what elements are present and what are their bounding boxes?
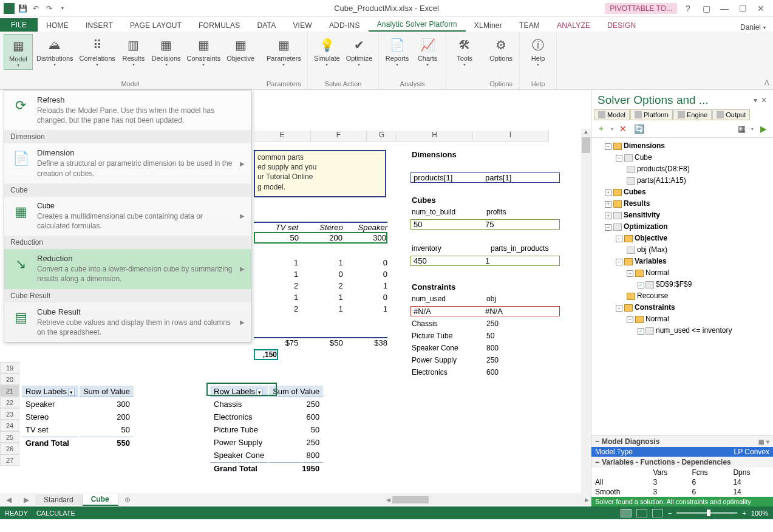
sheet-tab-standard[interactable]: Standard xyxy=(35,494,83,505)
zoom-level[interactable]: 100% xyxy=(751,510,768,517)
tab-addins[interactable]: ADD-INS xyxy=(321,19,369,32)
tab-view[interactable]: VIEW xyxy=(284,19,320,32)
refresh-tree-icon[interactable]: 🔄 xyxy=(633,123,645,135)
solver-task-pane: Solver Options and ... ▾✕ Model Platform… xyxy=(591,90,773,506)
tab-analyze[interactable]: ANALYZE xyxy=(548,19,599,32)
delete-icon[interactable]: ✕ xyxy=(617,123,629,135)
tab-data[interactable]: DATA xyxy=(248,19,284,32)
contextual-tab-pivottable[interactable]: PIVOTTABLE TO... xyxy=(605,3,677,14)
ribbon-display-icon[interactable]: ▢ xyxy=(699,4,713,13)
row-header[interactable]: 25 xyxy=(0,431,19,443)
menu-reduction[interactable]: ↘ ReductionConvert a cube into a lower-d… xyxy=(4,249,251,288)
ribbon-tools-button[interactable]: 🛠Tools▾ xyxy=(450,34,479,69)
new-sheet-icon[interactable]: ⊕ xyxy=(118,496,137,504)
sheet-nav-prev-icon[interactable]: ◀ xyxy=(0,496,18,504)
add-icon[interactable]: ＋ xyxy=(595,123,607,135)
zoom-out-icon[interactable]: − xyxy=(668,510,672,517)
tab-team[interactable]: TEAM xyxy=(511,19,548,32)
col-header: Speaker xyxy=(343,223,387,232)
minimize-icon[interactable]: — xyxy=(717,4,732,13)
excel-link-icon[interactable]: ▦ xyxy=(735,123,747,135)
ribbon-distributions-button[interactable]: ⛰Distributions▾ xyxy=(34,34,76,70)
vertical-scrollbar[interactable]: ▲ xyxy=(581,129,591,493)
ribbon-correlations-button[interactable]: ⠿Correlations▾ xyxy=(77,34,118,70)
ribbon-help-button[interactable]: ⓘHelp▾ xyxy=(523,34,553,69)
row-header[interactable]: 19 xyxy=(0,362,19,373)
cube-result-icon: ▤ xyxy=(10,307,31,328)
col-header: TV set xyxy=(254,223,298,232)
run-icon[interactable]: ▶ xyxy=(757,123,769,135)
maximize-icon[interactable]: ☐ xyxy=(735,4,750,13)
row-header[interactable]: 21 xyxy=(0,385,19,397)
ribbon-results-button[interactable]: ▥Results▾ xyxy=(119,34,148,70)
sheet-tab-cube[interactable]: Cube xyxy=(83,494,118,506)
worksheet-area[interactable]: E F G H I ⟳ RefreshReloads the Model Pan… xyxy=(0,90,591,506)
redo-icon[interactable]: ↷ xyxy=(44,3,55,14)
page-break-view-icon[interactable] xyxy=(652,509,663,517)
tab-home[interactable]: HOME xyxy=(38,19,77,32)
sheet-nav-next-icon[interactable]: ▶ xyxy=(18,496,35,504)
taskpane-tab-output[interactable]: Output xyxy=(712,109,750,120)
menu-dimension[interactable]: 📄 DimensionDefine a structural or parame… xyxy=(4,143,251,183)
solver-status-bar: Solver found a solution. All constraints… xyxy=(591,497,773,506)
row-header[interactable]: 22 xyxy=(0,397,19,408)
zoom-in-icon[interactable]: + xyxy=(742,510,746,517)
ribbon-tabs: FILE HOME INSERT PAGE LAYOUT FORMULAS DA… xyxy=(0,17,773,32)
qat-dropdown-icon[interactable]: ▾ xyxy=(57,3,68,14)
output-tab-icon xyxy=(717,111,724,118)
dimension-icon: 📄 xyxy=(10,148,31,169)
menu-cube[interactable]: ▦ CubeCreates a multidimensional cube co… xyxy=(4,197,251,236)
ribbon-model-button[interactable]: ▦ Model▾ xyxy=(4,34,33,70)
user-label[interactable]: Daniel▾ xyxy=(740,23,773,32)
sheet-tab-bar: ◀ ▶ Standard Cube ⊕ ◀ ▶ xyxy=(0,493,591,506)
ribbon-decisions-button[interactable]: ▦Decisions▾ xyxy=(149,34,183,70)
tab-xlminer[interactable]: XLMiner xyxy=(466,19,511,32)
help-icon[interactable]: ? xyxy=(681,4,695,13)
collapse-ribbon-icon[interactable]: ᐱ xyxy=(764,79,769,87)
taskpane-tab-platform[interactable]: Platform xyxy=(630,109,673,120)
ribbon-parameters-button[interactable]: ▦Parameters▾ xyxy=(264,34,304,69)
diag-collapse-icon[interactable]: ▾ xyxy=(766,438,769,445)
taskpane-dropdown-icon[interactable]: ▾ xyxy=(754,96,757,104)
submenu-arrow-icon: ▶ xyxy=(240,265,245,272)
ribbon-optimize-button[interactable]: ✔Optimize▾ xyxy=(344,34,375,69)
ribbon-options-button[interactable]: ⚙Options xyxy=(486,34,516,63)
zoom-slider[interactable] xyxy=(676,512,737,514)
model-tree[interactable]: −Dimensions −Cube products(D8:F8) parts(… xyxy=(591,138,773,435)
taskpane-toolbar: ＋▾ ✕ 🔄 ▦▾ ▶ xyxy=(591,120,773,138)
row-header[interactable]: 23 xyxy=(0,408,19,420)
undo-icon[interactable]: ↶ xyxy=(30,3,41,14)
tab-formulas[interactable]: FORMULAS xyxy=(190,19,248,32)
filter-dropdown-icon[interactable]: ▾ xyxy=(68,389,75,396)
pivot-products[interactable]: Row Labels▾Sum of Value Speaker300Stereo… xyxy=(21,384,135,449)
row-header[interactable]: 20 xyxy=(0,373,19,385)
pivot-parts[interactable]: Row Labels▾Sum of Value Chassis250Electr… xyxy=(209,384,324,475)
tab-analytic-solver[interactable]: Analytic Solver Platform xyxy=(369,18,466,32)
ribbon-simulate-button[interactable]: 💡Simulate▾ xyxy=(312,34,342,69)
taskpane-close-icon[interactable]: ✕ xyxy=(761,96,767,104)
engine-tab-icon xyxy=(678,111,685,118)
taskpane-tab-model[interactable]: Model xyxy=(594,109,630,120)
ribbon-reports-button[interactable]: 📄Reports▾ xyxy=(383,34,412,69)
close-icon[interactable]: ✕ xyxy=(754,4,768,13)
tab-file[interactable]: FILE xyxy=(0,18,38,32)
row-header[interactable]: 27 xyxy=(0,454,19,466)
menu-cube-result[interactable]: ▤ Cube ResultRetrieve cube values and di… xyxy=(4,302,251,342)
ribbon-constraints-button[interactable]: ▦Constraints▾ xyxy=(185,34,223,70)
ribbon-charts-button[interactable]: 📈Charts▾ xyxy=(413,34,442,69)
row-header[interactable]: 24 xyxy=(0,420,19,431)
page-layout-view-icon[interactable] xyxy=(636,509,647,517)
diag-icon[interactable]: ▦ xyxy=(758,438,764,445)
parameters-icon: ▦ xyxy=(274,35,293,55)
taskpane-tab-engine[interactable]: Engine xyxy=(673,109,712,120)
ribbon-objective-button[interactable]: ▦Objective xyxy=(224,34,257,70)
menu-refresh[interactable]: ⟳ RefreshReloads the Model Pane. Use thi… xyxy=(4,90,251,130)
row-header[interactable]: 26 xyxy=(0,443,19,454)
tab-insert[interactable]: INSERT xyxy=(77,19,121,32)
reduction-icon: ↘ xyxy=(10,254,31,275)
tab-page-layout[interactable]: PAGE LAYOUT xyxy=(121,19,190,32)
save-icon[interactable]: 💾 xyxy=(17,3,28,14)
tab-design[interactable]: DESIGN xyxy=(599,19,644,32)
diag-model-type[interactable]: Model TypeLP Convex xyxy=(591,447,773,457)
normal-view-icon[interactable] xyxy=(621,509,632,517)
